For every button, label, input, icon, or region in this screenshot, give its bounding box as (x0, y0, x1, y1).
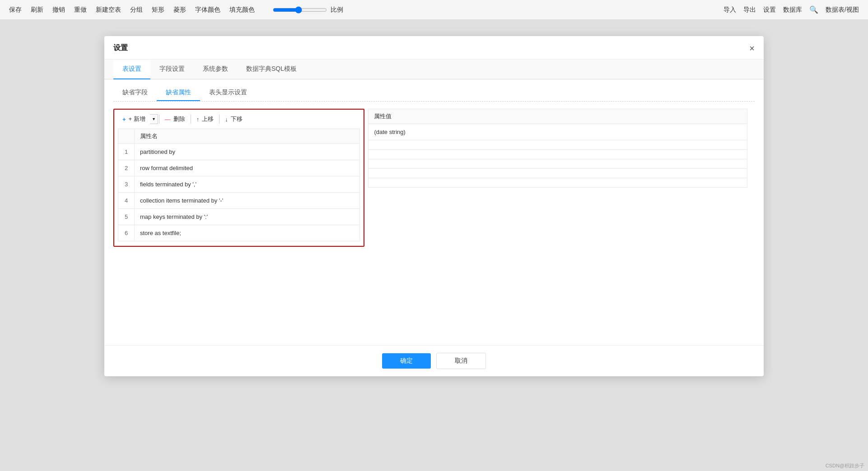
row-num: 3 (118, 176, 135, 193)
subtabs: 缺省字段 缺省属性 表头显示设置 (104, 79, 764, 101)
row-name: collection items terminated by '-' (135, 193, 360, 209)
add-dropdown-arrow[interactable]: ▾ (150, 114, 158, 124)
row-value (369, 150, 747, 159)
props-value-section: 属性值 (date string) (368, 109, 747, 188)
subtab-header-display[interactable]: 表头显示设置 (200, 85, 256, 101)
table-row-value[interactable] (369, 169, 747, 178)
row-name: row format delimited (135, 160, 360, 176)
scale-label: 比例 (331, 6, 343, 14)
row-num: 2 (118, 160, 135, 176)
toolbar-redo[interactable]: 重做 (74, 6, 87, 14)
content-toolbar: + + 新增 ▾ — 删除 ↑ 上移 ↓ 下移 (118, 113, 360, 125)
row-num: 6 (118, 225, 135, 241)
delete-button[interactable]: — 删除 (160, 113, 190, 125)
table-row[interactable]: 5 map keys terminated by ':' (118, 209, 360, 225)
toolbar-group[interactable]: 分组 (130, 6, 143, 14)
row-name: store as textfile; (135, 225, 360, 241)
col-name-header: 属性名 (135, 129, 360, 144)
dialog-footer: 确定 取消 (104, 345, 764, 376)
col-num-header (118, 129, 135, 144)
toolbar-fill-color[interactable]: 填充颜色 (229, 6, 255, 14)
row-num: 5 (118, 209, 135, 225)
dialog-close-button[interactable]: × (749, 44, 755, 53)
table-row-value[interactable] (369, 150, 747, 159)
scale-area: 比例 (273, 6, 343, 14)
watermark: CSDN@积跬步子 (826, 462, 864, 469)
toolbar-settings[interactable]: 设置 (763, 6, 776, 14)
subtab-default-fields[interactable]: 缺省字段 (113, 85, 157, 101)
row-num: 4 (118, 193, 135, 209)
row-name: map keys terminated by ':' (135, 209, 360, 225)
cancel-button[interactable]: 取消 (436, 353, 486, 369)
add-button[interactable]: + + 新增 (118, 113, 150, 125)
search-icon: 🔍 (809, 5, 818, 14)
toolbar-database[interactable]: 数据库 (783, 6, 802, 14)
delete-label: 删除 (173, 115, 185, 123)
table-row-value[interactable] (369, 178, 747, 188)
divider-2 (191, 115, 191, 124)
minus-icon: — (165, 116, 171, 123)
toolbar-undo[interactable]: 撤销 (52, 6, 65, 14)
settings-dialog: 设置 × 表设置 字段设置 系统参数 数据字典SQL模板 缺省字段 缺省属性 表… (104, 36, 764, 376)
tab-table-settings[interactable]: 表设置 (113, 60, 150, 79)
toolbar-refresh[interactable]: 刷新 (31, 6, 43, 14)
properties-section: + + 新增 ▾ — 删除 ↑ 上移 ↓ 下移 (113, 109, 364, 247)
toolbar-diamond[interactable]: 菱形 (173, 6, 186, 14)
table-row[interactable]: 3 fields terminated by ',' (118, 176, 360, 193)
tab-field-settings[interactable]: 字段设置 (150, 60, 194, 79)
search-label: 数据表/视图 (826, 6, 859, 14)
divider-1 (159, 115, 159, 124)
toolbar-font-color[interactable]: 字体颜色 (195, 6, 220, 14)
table-row-value[interactable] (369, 140, 747, 150)
confirm-button[interactable]: 确定 (382, 353, 431, 369)
toolbar-rect[interactable]: 矩形 (152, 6, 164, 14)
props-value-table: 属性值 (date string) (368, 109, 747, 188)
down-label: 下移 (231, 115, 243, 123)
row-value (369, 140, 747, 150)
up-label: 上移 (202, 115, 214, 123)
toolbar-import[interactable]: 导入 (723, 6, 736, 14)
col-val-header: 属性值 (369, 109, 747, 124)
dialog-header: 设置 × (104, 36, 764, 60)
move-up-button[interactable]: ↑ 上移 (192, 113, 219, 125)
table-row-value[interactable] (369, 159, 747, 169)
top-toolbar: 保存 刷新 撤销 重做 新建空表 分组 矩形 菱形 字体颜色 填充颜色 比例 导… (0, 0, 868, 20)
row-value (369, 169, 747, 178)
scale-slider[interactable] (273, 6, 327, 14)
row-value (369, 178, 747, 188)
dialog-content: + + 新增 ▾ — 删除 ↑ 上移 ↓ 下移 (104, 102, 764, 327)
toolbar-right: 导入 导出 设置 数据库 🔍 数据表/视图 (723, 5, 859, 14)
up-arrow-icon: ↑ (196, 116, 200, 123)
down-arrow-icon: ↓ (225, 116, 228, 123)
table-row[interactable]: 4 collection items terminated by '-' (118, 193, 360, 209)
table-row[interactable]: 1 partitioned by (118, 144, 360, 160)
row-num: 1 (118, 144, 135, 160)
table-row[interactable]: 2 row format delimited (118, 160, 360, 176)
table-row[interactable]: 6 store as textfile; (118, 225, 360, 241)
main-tabs: 表设置 字段设置 系统参数 数据字典SQL模板 (104, 60, 764, 79)
toolbar-new-table[interactable]: 新建空表 (96, 6, 121, 14)
move-down-button[interactable]: ↓ 下移 (220, 113, 247, 125)
row-value (369, 159, 747, 169)
subtab-default-props[interactable]: 缺省属性 (157, 85, 200, 101)
plus-icon: + (122, 116, 126, 123)
tab-sql-template[interactable]: 数据字典SQL模板 (237, 60, 306, 79)
dialog-title: 设置 (113, 43, 128, 53)
row-value: (date string) (369, 124, 747, 140)
row-name: fields terminated by ',' (135, 176, 360, 193)
row-name: partitioned by (135, 144, 360, 160)
props-name-table: 属性名 1 partitioned by 2 row format delimi… (118, 129, 360, 241)
tab-system-params[interactable]: 系统参数 (194, 60, 237, 79)
table-row-value[interactable]: (date string) (369, 124, 747, 140)
toolbar-export[interactable]: 导出 (743, 6, 756, 14)
add-label: + 新增 (129, 115, 145, 123)
divider-3 (219, 115, 219, 124)
toolbar-save[interactable]: 保存 (9, 6, 22, 14)
